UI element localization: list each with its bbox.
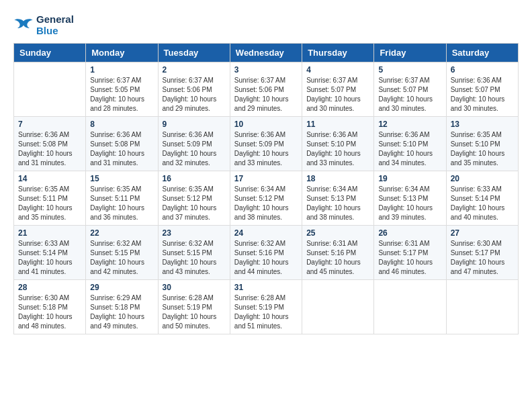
calendar-cell — [446, 280, 518, 334]
calendar-cell: 13Sunrise: 6:35 AMSunset: 5:10 PMDayligh… — [446, 117, 518, 171]
calendar-cell: 1Sunrise: 6:37 AMSunset: 5:05 PMDaylight… — [86, 62, 158, 117]
calendar-cell: 30Sunrise: 6:28 AMSunset: 5:19 PMDayligh… — [158, 280, 230, 334]
calendar-cell: 18Sunrise: 6:34 AMSunset: 5:13 PMDayligh… — [302, 171, 374, 226]
weekday-header-monday: Monday — [86, 44, 158, 62]
day-info: Sunrise: 6:30 AMSunset: 5:18 PMDaylight:… — [18, 293, 81, 331]
day-number: 4 — [306, 65, 369, 75]
day-number: 2 — [163, 65, 226, 75]
day-info: Sunrise: 6:36 AMSunset: 5:08 PMDaylight:… — [90, 130, 153, 168]
day-number: 31 — [234, 283, 298, 292]
day-number: 21 — [18, 228, 81, 238]
weekday-header-wednesday: Wednesday — [230, 44, 302, 62]
day-number: 9 — [163, 120, 226, 129]
calendar-week-row: 1Sunrise: 6:37 AMSunset: 5:05 PMDaylight… — [14, 62, 519, 117]
day-info: Sunrise: 6:30 AMSunset: 5:17 PMDaylight:… — [451, 239, 514, 277]
logo: General Blue — [13, 13, 74, 36]
day-info: Sunrise: 6:36 AMSunset: 5:08 PMDaylight:… — [18, 130, 81, 168]
day-info: Sunrise: 6:36 AMSunset: 5:09 PMDaylight:… — [234, 130, 298, 168]
page-header: General Blue — [13, 13, 519, 36]
day-info: Sunrise: 6:34 AMSunset: 5:12 PMDaylight:… — [234, 185, 298, 222]
day-info: Sunrise: 6:35 AMSunset: 5:12 PMDaylight:… — [163, 185, 226, 222]
calendar-cell — [14, 62, 86, 117]
calendar-cell: 12Sunrise: 6:36 AMSunset: 5:10 PMDayligh… — [374, 117, 446, 171]
calendar-week-row: 28Sunrise: 6:30 AMSunset: 5:18 PMDayligh… — [14, 280, 519, 334]
day-info: Sunrise: 6:36 AMSunset: 5:09 PMDaylight:… — [163, 130, 226, 168]
calendar-cell: 2Sunrise: 6:37 AMSunset: 5:06 PMDaylight… — [158, 62, 230, 117]
calendar-cell: 17Sunrise: 6:34 AMSunset: 5:12 PMDayligh… — [230, 171, 302, 226]
day-number: 3 — [234, 65, 298, 75]
weekday-header-tuesday: Tuesday — [158, 44, 230, 62]
weekday-header-friday: Friday — [374, 44, 446, 62]
calendar-cell: 15Sunrise: 6:35 AMSunset: 5:11 PMDayligh… — [86, 171, 158, 226]
day-info: Sunrise: 6:33 AMSunset: 5:14 PMDaylight:… — [451, 185, 514, 222]
day-info: Sunrise: 6:37 AMSunset: 5:05 PMDaylight:… — [90, 76, 153, 113]
weekday-header-sunday: Sunday — [14, 44, 86, 62]
day-number: 20 — [451, 174, 514, 183]
day-number: 29 — [90, 283, 153, 292]
day-number: 19 — [378, 174, 441, 183]
day-info: Sunrise: 6:29 AMSunset: 5:18 PMDaylight:… — [90, 293, 153, 331]
day-number: 27 — [451, 228, 514, 238]
calendar-cell: 26Sunrise: 6:31 AMSunset: 5:17 PMDayligh… — [374, 226, 446, 280]
calendar-week-row: 14Sunrise: 6:35 AMSunset: 5:11 PMDayligh… — [14, 171, 519, 226]
day-number: 18 — [306, 174, 369, 183]
calendar-cell — [374, 280, 446, 334]
day-info: Sunrise: 6:32 AMSunset: 5:15 PMDaylight:… — [163, 239, 226, 277]
day-info: Sunrise: 6:35 AMSunset: 5:10 PMDaylight:… — [451, 130, 514, 168]
day-number: 24 — [234, 228, 298, 238]
calendar-cell: 24Sunrise: 6:32 AMSunset: 5:16 PMDayligh… — [230, 226, 302, 280]
calendar-cell: 27Sunrise: 6:30 AMSunset: 5:17 PMDayligh… — [446, 226, 518, 280]
day-info: Sunrise: 6:32 AMSunset: 5:15 PMDaylight:… — [90, 239, 153, 277]
day-info: Sunrise: 6:32 AMSunset: 5:16 PMDaylight:… — [234, 239, 298, 277]
calendar-cell: 8Sunrise: 6:36 AMSunset: 5:08 PMDaylight… — [86, 117, 158, 171]
day-number: 15 — [90, 174, 153, 183]
day-number: 16 — [163, 174, 226, 183]
weekday-header-row: SundayMondayTuesdayWednesdayThursdayFrid… — [14, 44, 519, 62]
calendar-cell: 6Sunrise: 6:36 AMSunset: 5:07 PMDaylight… — [446, 62, 518, 117]
calendar-cell — [302, 280, 374, 334]
day-info: Sunrise: 6:36 AMSunset: 5:10 PMDaylight:… — [378, 130, 441, 168]
day-info: Sunrise: 6:35 AMSunset: 5:11 PMDaylight:… — [90, 185, 153, 222]
calendar-cell: 9Sunrise: 6:36 AMSunset: 5:09 PMDaylight… — [158, 117, 230, 171]
logo-icon — [13, 17, 34, 34]
day-number: 1 — [90, 65, 153, 75]
calendar-cell: 25Sunrise: 6:31 AMSunset: 5:16 PMDayligh… — [302, 226, 374, 280]
calendar-cell: 5Sunrise: 6:37 AMSunset: 5:07 PMDaylight… — [374, 62, 446, 117]
day-info: Sunrise: 6:34 AMSunset: 5:13 PMDaylight:… — [378, 185, 441, 222]
day-info: Sunrise: 6:37 AMSunset: 5:06 PMDaylight:… — [163, 76, 226, 113]
day-number: 6 — [451, 65, 514, 75]
day-info: Sunrise: 6:31 AMSunset: 5:17 PMDaylight:… — [378, 239, 441, 277]
day-number: 23 — [163, 228, 226, 238]
calendar-cell: 10Sunrise: 6:36 AMSunset: 5:09 PMDayligh… — [230, 117, 302, 171]
day-info: Sunrise: 6:35 AMSunset: 5:11 PMDaylight:… — [18, 185, 81, 222]
calendar-cell: 3Sunrise: 6:37 AMSunset: 5:06 PMDaylight… — [230, 62, 302, 117]
day-number: 22 — [90, 228, 153, 238]
day-info: Sunrise: 6:37 AMSunset: 5:07 PMDaylight:… — [306, 76, 369, 113]
day-info: Sunrise: 6:34 AMSunset: 5:13 PMDaylight:… — [306, 185, 369, 222]
calendar-cell: 11Sunrise: 6:36 AMSunset: 5:10 PMDayligh… — [302, 117, 374, 171]
day-number: 28 — [18, 283, 81, 292]
day-number: 11 — [306, 120, 369, 129]
calendar-cell: 4Sunrise: 6:37 AMSunset: 5:07 PMDaylight… — [302, 62, 374, 117]
day-number: 14 — [18, 174, 81, 183]
day-info: Sunrise: 6:36 AMSunset: 5:07 PMDaylight:… — [451, 76, 514, 113]
calendar-cell: 14Sunrise: 6:35 AMSunset: 5:11 PMDayligh… — [14, 171, 86, 226]
calendar-week-row: 7Sunrise: 6:36 AMSunset: 5:08 PMDaylight… — [14, 117, 519, 171]
day-info: Sunrise: 6:31 AMSunset: 5:16 PMDaylight:… — [306, 239, 369, 277]
calendar-week-row: 21Sunrise: 6:33 AMSunset: 5:14 PMDayligh… — [14, 226, 519, 280]
calendar-table: SundayMondayTuesdayWednesdayThursdayFrid… — [13, 43, 519, 334]
day-info: Sunrise: 6:37 AMSunset: 5:07 PMDaylight:… — [378, 76, 441, 113]
day-number: 13 — [451, 120, 514, 129]
day-info: Sunrise: 6:36 AMSunset: 5:10 PMDaylight:… — [306, 130, 369, 168]
day-number: 8 — [90, 120, 153, 129]
calendar-cell: 28Sunrise: 6:30 AMSunset: 5:18 PMDayligh… — [14, 280, 86, 334]
calendar-cell: 19Sunrise: 6:34 AMSunset: 5:13 PMDayligh… — [374, 171, 446, 226]
day-info: Sunrise: 6:28 AMSunset: 5:19 PMDaylight:… — [163, 293, 226, 331]
calendar-cell: 16Sunrise: 6:35 AMSunset: 5:12 PMDayligh… — [158, 171, 230, 226]
logo-text: General Blue — [36, 13, 74, 36]
calendar-cell: 20Sunrise: 6:33 AMSunset: 5:14 PMDayligh… — [446, 171, 518, 226]
day-info: Sunrise: 6:37 AMSunset: 5:06 PMDaylight:… — [234, 76, 298, 113]
calendar-cell: 7Sunrise: 6:36 AMSunset: 5:08 PMDaylight… — [14, 117, 86, 171]
day-number: 17 — [234, 174, 298, 183]
day-number: 7 — [18, 120, 81, 129]
